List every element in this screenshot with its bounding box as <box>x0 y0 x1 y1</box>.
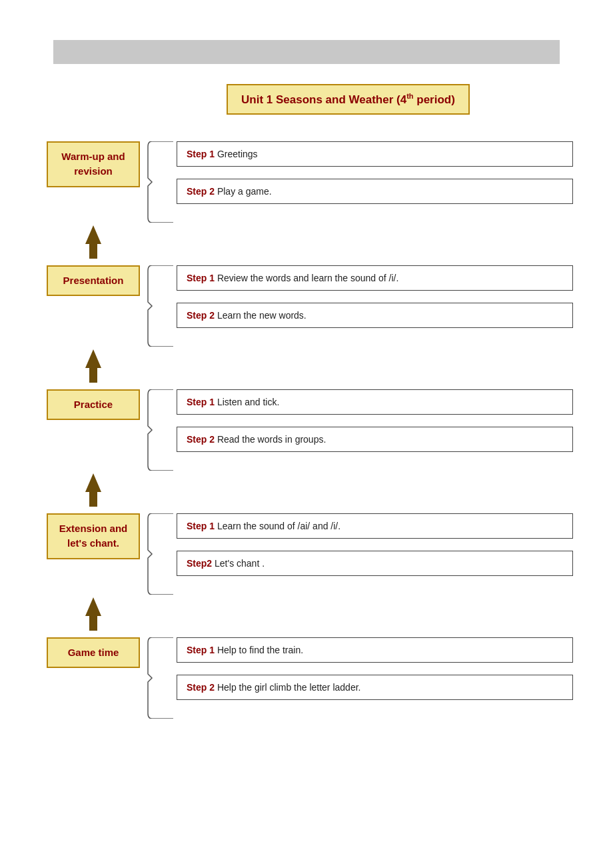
step-box-extension-1: Step2 Let's chant . <box>177 551 573 576</box>
phase-box-practice: Practice <box>47 389 140 421</box>
bracket-svg <box>147 141 173 223</box>
phase-box-extension: Extension andlet's chant. <box>47 513 140 559</box>
unit-title-area: Unit 1 Seasons and Weather (4th period) <box>53 84 613 115</box>
step-text-warmup-1: Play a game. <box>217 186 272 197</box>
right-col-gametime: Step 1 Help to find the train.Step 2 Hel… <box>147 631 573 721</box>
unit-title-text: Unit 1 Seasons and Weather (4th period) <box>241 93 455 106</box>
down-arrow-icon <box>80 473 107 507</box>
step-label-presentation-1: Step 2 <box>187 310 217 321</box>
svg-marker-0 <box>85 225 101 259</box>
flow-diagram: Warm-up andrevision Step 1 GreetingsStep… <box>40 135 573 721</box>
bracket-practice <box>147 383 177 473</box>
arrow-2 <box>40 473 573 507</box>
step-box-extension-0: Step 1 Learn the sound of /ai/ and /i/. <box>177 513 573 539</box>
step-box-practice-1: Step 2 Read the words in groups. <box>177 427 573 452</box>
header-bar <box>53 40 560 64</box>
unit-title-box: Unit 1 Seasons and Weather (4th period) <box>227 84 470 115</box>
steps-wrap-presentation: Step 1 Review the words and learn the so… <box>177 259 573 349</box>
arrow-1 <box>40 349 573 383</box>
step-box-gametime-1: Step 2 Help the girl climb the letter la… <box>177 675 573 700</box>
step-text-extension-1: Let's chant . <box>215 558 265 569</box>
step-text-presentation-1: Learn the new words. <box>217 310 306 321</box>
bracket-svg <box>147 513 173 595</box>
step-text-gametime-0: Help to find the train. <box>217 645 303 655</box>
phase-col-warmup: Warm-up andrevision <box>40 135 147 187</box>
phase-row-warmup: Warm-up andrevision Step 1 GreetingsStep… <box>40 135 573 225</box>
right-col-warmup: Step 1 GreetingsStep 2 Play a game. <box>147 135 573 225</box>
step-box-presentation-0: Step 1 Review the words and learn the so… <box>177 265 573 291</box>
step-label-warmup-0: Step 1 <box>187 149 217 159</box>
phase-row-gametime: Game time Step 1 Help to find the train.… <box>40 631 573 721</box>
svg-marker-3 <box>85 597 101 631</box>
bracket-gametime <box>147 631 177 721</box>
step-text-extension-0: Learn the sound of /ai/ and /i/. <box>217 521 340 531</box>
step-label-practice-1: Step 2 <box>187 434 217 445</box>
svg-marker-1 <box>85 349 101 383</box>
step-text-presentation-0: Review the words and learn the sound of … <box>217 273 398 283</box>
step-label-warmup-1: Step 2 <box>187 186 217 197</box>
steps-wrap-practice: Step 1 Listen and tick.Step 2 Read the w… <box>177 383 573 473</box>
phase-box-presentation: Presentation <box>47 265 140 297</box>
down-arrow-icon <box>80 225 107 259</box>
bracket-svg <box>147 389 173 471</box>
bracket-svg <box>147 637 173 719</box>
bracket-warmup <box>147 135 177 225</box>
bracket-svg <box>147 265 173 347</box>
phase-box-gametime: Game time <box>47 637 140 669</box>
phase-col-extension: Extension andlet's chant. <box>40 507 147 559</box>
phase-col-practice: Practice <box>40 383 147 421</box>
bracket-presentation <box>147 259 177 349</box>
svg-marker-2 <box>85 473 101 507</box>
phase-row-extension: Extension andlet's chant. Step 1 Learn t… <box>40 507 573 597</box>
step-box-presentation-1: Step 2 Learn the new words. <box>177 303 573 328</box>
step-label-gametime-1: Step 2 <box>187 682 217 693</box>
right-col-presentation: Step 1 Review the words and learn the so… <box>147 259 573 349</box>
steps-wrap-gametime: Step 1 Help to find the train.Step 2 Hel… <box>177 631 573 721</box>
phase-row-presentation: Presentation Step 1 Review the words and… <box>40 259 573 349</box>
step-box-practice-0: Step 1 Listen and tick. <box>177 389 573 415</box>
step-text-warmup-0: Greetings <box>217 149 258 159</box>
step-text-practice-1: Read the words in groups. <box>217 434 326 445</box>
step-box-warmup-1: Step 2 Play a game. <box>177 179 573 204</box>
phase-col-presentation: Presentation <box>40 259 147 297</box>
step-label-gametime-0: Step 1 <box>187 645 217 655</box>
down-arrow-icon <box>80 597 107 631</box>
phase-col-gametime: Game time <box>40 631 147 669</box>
step-box-gametime-0: Step 1 Help to find the train. <box>177 637 573 663</box>
phase-box-warmup: Warm-up andrevision <box>47 141 140 187</box>
phase-row-practice: Practice Step 1 Listen and tick.Step 2 R… <box>40 383 573 473</box>
bracket-extension <box>147 507 177 597</box>
right-col-extension: Step 1 Learn the sound of /ai/ and /i/.S… <box>147 507 573 597</box>
right-col-practice: Step 1 Listen and tick.Step 2 Read the w… <box>147 383 573 473</box>
flow-phases: Warm-up andrevision Step 1 GreetingsStep… <box>40 135 573 721</box>
step-text-gametime-1: Help the girl climb the letter ladder. <box>217 682 361 693</box>
step-label-practice-0: Step 1 <box>187 397 217 407</box>
arrow-0 <box>40 225 573 259</box>
steps-wrap-warmup: Step 1 GreetingsStep 2 Play a game. <box>177 135 573 225</box>
step-label-presentation-0: Step 1 <box>187 273 217 283</box>
step-label-extension-1: Step2 <box>187 558 215 569</box>
step-text-practice-0: Listen and tick. <box>217 397 279 407</box>
step-box-warmup-0: Step 1 Greetings <box>177 141 573 167</box>
down-arrow-icon <box>80 349 107 383</box>
steps-wrap-extension: Step 1 Learn the sound of /ai/ and /i/.S… <box>177 507 573 597</box>
step-label-extension-0: Step 1 <box>187 521 217 531</box>
arrow-3 <box>40 597 573 631</box>
